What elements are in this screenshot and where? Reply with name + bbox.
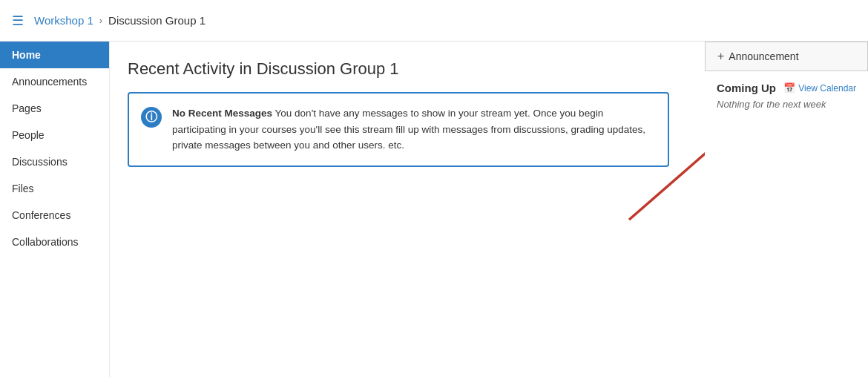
main-layout: Home Announcements Pages People Discussi… [0,42,868,377]
breadcrumb: Workshop 1 › Discussion Group 1 [34,14,206,27]
coming-up-title: Coming Up [717,82,776,94]
info-box-text: No Recent Messages You don't have any me… [172,105,656,154]
top-navigation: ☰ Workshop 1 › Discussion Group 1 [0,0,868,42]
sidebar-item-files[interactable]: Files [0,175,109,202]
view-calendar-label: View Calendar [798,83,856,94]
nothing-for-next-week-text: Nothing for the next week [717,99,856,110]
sidebar-item-collaborations[interactable]: Collaborations [0,229,109,255]
info-icon: ⓘ [141,107,162,128]
view-calendar-link[interactable]: 📅 View Calendar [783,82,856,94]
add-announcement-button[interactable]: + Announcement [705,42,868,71]
breadcrumb-separator: › [99,15,102,26]
breadcrumb-current-page: Discussion Group 1 [108,14,206,27]
right-panel: + Announcement Coming Up 📅 View Calendar… [705,42,868,377]
sidebar-item-people[interactable]: People [0,122,109,148]
info-bold-text: No Recent Messages [172,108,272,119]
hamburger-icon[interactable]: ☰ [12,13,24,29]
announcement-button-label: Announcement [729,50,798,62]
main-content-area: Recent Activity in Discussion Group 1 ⓘ … [110,42,705,377]
coming-up-header: Coming Up 📅 View Calendar [717,82,856,94]
sidebar-item-discussions[interactable]: Discussions [0,148,109,175]
sidebar-item-announcements[interactable]: Announcements [0,68,109,95]
page-title: Recent Activity in Discussion Group 1 [128,59,687,79]
sidebar-item-conferences[interactable]: Conferences [0,202,109,229]
breadcrumb-workshop-link[interactable]: Workshop 1 [34,14,93,27]
sidebar-item-home[interactable]: Home [0,42,109,68]
sidebar-item-pages[interactable]: Pages [0,95,109,122]
plus-icon: + [717,50,724,63]
sidebar: Home Announcements Pages People Discussi… [0,42,110,377]
calendar-icon: 📅 [783,82,795,94]
coming-up-section: Coming Up 📅 View Calendar Nothing for th… [705,71,868,120]
no-recent-messages-box: ⓘ No Recent Messages You don't have any … [128,92,669,167]
